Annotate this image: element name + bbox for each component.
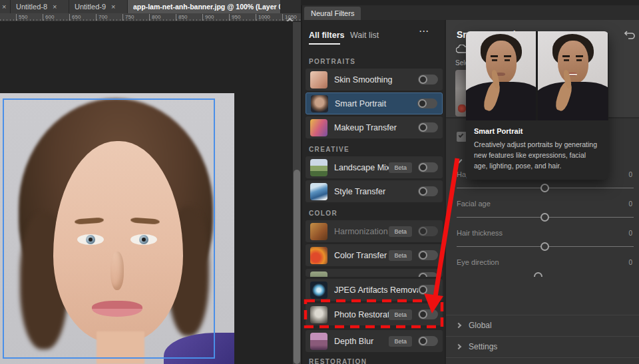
check-icon — [459, 132, 464, 138]
close-icon[interactable]: × — [2, 3, 6, 11]
filter-row-harmonization[interactable]: Harmonization Beta — [306, 220, 443, 242]
slider-value-hair-thickness: 0 — [628, 230, 632, 237]
filter-toggle[interactable] — [418, 226, 438, 236]
photoshop-window: × Untitled-8× Untitled-9× app-lam-net-an… — [0, 0, 639, 364]
filter-name: Harmonization — [334, 227, 389, 236]
filter-toggle[interactable] — [418, 285, 438, 295]
filter-row-smart-portrait[interactable]: Smart Portrait — [306, 92, 443, 114]
document-tab-untitled9[interactable]: Untitled-9× — [69, 0, 128, 13]
group-global[interactable]: Global — [457, 321, 492, 330]
filter-enabled-checkbox[interactable] — [457, 132, 467, 142]
filter-row-partial[interactable] — [306, 269, 443, 277]
filter-list-panel: All filters Wait list ··· PORTRAITS Skin… — [301, 20, 445, 364]
panel-menu-icon[interactable]: ··· — [419, 27, 429, 36]
canvas-vertical-scrollbar[interactable] — [293, 22, 301, 364]
filter-thumbnail — [310, 281, 327, 299]
tab-label: Untitled-9 — [75, 3, 106, 11]
slider-label-facial-age: Facial age — [457, 200, 491, 208]
ruler-collapse-icon[interactable] — [288, 14, 296, 21]
filter-row-landscape-mixer[interactable]: Landscape Mixer Beta — [306, 156, 443, 178]
layer-selection-bounds — [3, 98, 215, 359]
filter-name: Photo Restoration — [334, 310, 389, 319]
reset-icon[interactable] — [624, 29, 636, 40]
filter-name: Style Transfer — [334, 187, 418, 196]
filter-thumbnail — [310, 71, 327, 89]
filter-row-photo-restoration[interactable]: Photo Restoration Beta — [306, 303, 443, 325]
neural-filters-title-tab[interactable]: Neural Filters — [304, 7, 361, 20]
filter-toggle[interactable] — [418, 309, 438, 319]
filter-thumbnail — [310, 119, 327, 136]
filter-thumbnail — [310, 333, 327, 350]
filter-toggle[interactable] — [417, 98, 437, 108]
filter-thumbnail — [310, 183, 327, 200]
document-tab-active[interactable]: app-lam-net-anh-banner.jpg @ 100% (Layer… — [128, 0, 281, 13]
chevron-down-icon[interactable] — [457, 153, 461, 165]
filter-toggle[interactable] — [418, 272, 438, 277]
section-header-portraits: PORTRAITS — [309, 58, 355, 65]
slider-value-eye-direction: 0 — [628, 259, 632, 266]
group-label: Settings — [469, 342, 497, 351]
document-tab-partial[interactable]: × — [0, 0, 11, 13]
beta-badge: Beta — [389, 250, 412, 261]
tooltip-description: Creatively adjust portraits by generatin… — [474, 140, 600, 171]
tab-all-filters[interactable]: All filters — [309, 31, 345, 40]
horizontal-ruler: 550 600 650 700 750 800 850 900 950 1000… — [0, 13, 301, 21]
beta-badge: Beta — [389, 226, 412, 237]
filter-thumbnail — [310, 247, 327, 264]
filter-name: Makeup Transfer — [334, 123, 418, 132]
section-header-color: COLOR — [309, 210, 337, 217]
slider-thumb-hair-thickness[interactable] — [540, 242, 549, 251]
scrollbar-thumb[interactable] — [294, 170, 300, 364]
active-tab-underline — [309, 43, 340, 45]
beta-badge: Beta — [389, 309, 412, 320]
slider-thumb-eye-direction[interactable] — [532, 272, 546, 277]
slider-value-facial-age: 0 — [628, 200, 632, 208]
filter-name: Depth Blur — [334, 337, 389, 346]
filter-toggle[interactable] — [418, 122, 438, 132]
filter-row-skin-smoothing[interactable]: Skin Smoothing — [306, 69, 443, 91]
filter-row-depth-blur[interactable]: Depth Blur Beta — [306, 330, 443, 352]
tab-label: app-lam-net-anh-banner.jpg @ 100% (Layer… — [133, 3, 281, 11]
group-settings[interactable]: Settings — [457, 342, 497, 351]
filter-name: Landscape Mixer — [334, 163, 389, 172]
filter-toggle[interactable] — [418, 186, 438, 196]
group-label: Global — [469, 321, 492, 330]
chevron-right-icon — [456, 323, 461, 328]
ruler-minor-ticks — [0, 19, 301, 21]
filter-row-makeup-transfer[interactable]: Makeup Transfer — [306, 116, 443, 138]
filter-name: Skin Smoothing — [334, 75, 418, 85]
filter-row-style-transfer[interactable]: Style Transfer — [306, 180, 443, 202]
divider — [446, 336, 639, 337]
tab-wait-list[interactable]: Wait list — [350, 31, 379, 40]
smart-portrait-tooltip: Smart Portrait Creatively adjust portrai… — [466, 31, 608, 180]
slider-thumb-happiness[interactable] — [540, 184, 549, 192]
dialog-title: Neural Filters — [311, 9, 354, 17]
slider-label-hair-thickness: Hair thickness — [457, 229, 503, 237]
close-icon[interactable]: × — [111, 3, 115, 11]
slider-thumb-facial-age[interactable] — [540, 213, 549, 222]
divider — [446, 315, 639, 315]
canvas-area[interactable] — [0, 21, 293, 364]
filter-row-color-transfer[interactable]: Color Transfer Beta — [306, 244, 443, 266]
tooltip-before-image — [466, 31, 536, 120]
tooltip-preview-images — [466, 31, 608, 120]
filter-toggle[interactable] — [418, 336, 438, 346]
beta-badge: Beta — [389, 336, 412, 347]
tooltip-title: Smart Portrait — [474, 127, 600, 135]
filter-thumbnail — [310, 306, 327, 323]
filter-toggle[interactable] — [418, 75, 438, 85]
filter-thumbnail — [310, 159, 327, 176]
filter-row-jpeg-artifacts-removal[interactable]: JPEG Artifacts Removal — [306, 279, 443, 301]
filter-toggle[interactable] — [418, 250, 438, 260]
document-tab-untitled8[interactable]: Untitled-8× — [11, 0, 69, 13]
filter-name: JPEG Artifacts Removal — [334, 285, 418, 295]
section-header-creative: CREATIVE — [309, 146, 349, 153]
divider — [446, 357, 639, 358]
slider-label-eye-direction: Eye direction — [457, 258, 499, 266]
chevron-right-icon — [456, 344, 461, 349]
section-header-restoration: RESTORATION — [309, 358, 367, 364]
close-icon[interactable]: × — [53, 3, 57, 11]
filter-toggle[interactable] — [418, 162, 438, 172]
filter-thumbnail — [310, 272, 327, 277]
filter-name: Smart Portrait — [335, 99, 417, 108]
